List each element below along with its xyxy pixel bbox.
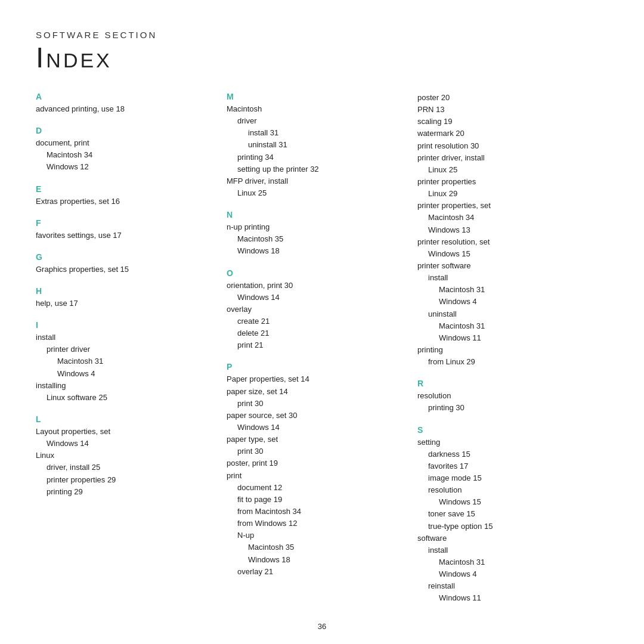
index-entry: fit to page 19 [227, 494, 405, 506]
index-entry: orientation, print 30 [227, 280, 405, 292]
index-entry: Windows 4 [417, 568, 596, 580]
index-entry: setting up the printer 32 [227, 163, 405, 175]
index-entry: Windows 4 [36, 368, 215, 380]
letter-heading-n: N [227, 210, 405, 219]
index-column-col1: Aadvanced printing, use 18Ddocument, pri… [36, 92, 227, 604]
index-entry: printer driver, install [417, 152, 596, 164]
index-column-col2: MMacintoshdriverinstall 31uninstall 31pr… [227, 92, 417, 604]
letter-heading-g: G [36, 252, 215, 262]
index-entry: overlay 21 [227, 566, 405, 578]
index-entry: printing [417, 344, 596, 356]
letter-heading-p: P [227, 362, 405, 371]
index-entry: Linux 25 [227, 187, 405, 199]
section-label: Software Section [36, 30, 608, 40]
index-entry: Linux software 25 [36, 392, 215, 404]
index-entry: printer resolution, set [417, 236, 596, 248]
index-entry: Windows 14 [227, 292, 405, 304]
index-entry: installing [36, 380, 215, 392]
index-entry: print [227, 470, 405, 482]
index-entry: install [417, 544, 596, 556]
index-entry: Linux [36, 450, 215, 462]
index-entry: document, print [36, 137, 215, 149]
header: Software Section Index [36, 30, 608, 74]
index-entry: driver [227, 115, 405, 127]
index-entry: paper type, set [227, 434, 405, 445]
index-entry: advanced printing, use 18 [36, 103, 215, 115]
index-entry: reinstall [417, 580, 596, 592]
index-entry: printing 29 [36, 486, 215, 498]
index-entry: Windows 11 [417, 592, 596, 604]
index-entry: Macintosh 31 [36, 355, 215, 367]
index-entry: Windows 15 [417, 248, 596, 260]
index-column-col3: poster 20PRN 13scaling 19watermark 20pri… [417, 92, 608, 604]
letter-heading-o: O [227, 268, 405, 278]
letter-heading-l: L [36, 414, 215, 424]
index-entry: Windows 14 [36, 438, 215, 450]
letter-heading-s: S [417, 425, 596, 435]
index-entry: N-up [227, 530, 405, 541]
page-number: 36 [36, 622, 608, 631]
index-entry: Windows 15 [417, 496, 596, 508]
letter-heading-i: I [36, 320, 215, 330]
index-entry: print resolution 30 [417, 140, 596, 152]
index-entry: Paper properties, set 14 [227, 373, 405, 385]
index-entry: document 12 [227, 482, 405, 494]
index-entry: overlay [227, 304, 405, 315]
letter-heading-m: M [227, 92, 405, 101]
letter-heading-h: H [36, 286, 215, 296]
index-entry: uninstall 31 [227, 139, 405, 151]
index-entry: printer properties, set [417, 200, 596, 212]
index-entry: install 31 [227, 127, 405, 139]
index-entry: print 30 [227, 398, 405, 410]
page-title: Index [36, 41, 608, 74]
index-columns: Aadvanced printing, use 18Ddocument, pri… [36, 92, 608, 604]
index-entry: true-type option 15 [417, 521, 596, 532]
index-entry: printer properties [417, 176, 596, 188]
index-entry: Macintosh 35 [227, 541, 405, 553]
index-entry: n-up printing [227, 221, 405, 233]
index-entry: scaling 19 [417, 116, 596, 128]
index-entry: favorites settings, use 17 [36, 230, 215, 242]
index-entry: Windows 18 [227, 554, 405, 566]
index-entry: resolution [417, 484, 596, 496]
index-entry: print 30 [227, 445, 405, 457]
index-entry: favorites 17 [417, 460, 596, 472]
letter-heading-a: A [36, 92, 215, 101]
index-entry: Windows 11 [417, 332, 596, 344]
index-entry: Windows 12 [36, 161, 215, 173]
index-entry: darkness 15 [417, 448, 596, 460]
index-entry: Extras properties, set 16 [36, 196, 215, 208]
index-entry: Macintosh 35 [227, 233, 405, 245]
index-entry: Linux 25 [417, 164, 596, 176]
index-entry: driver, install 25 [36, 462, 215, 473]
index-entry: Macintosh 34 [36, 149, 215, 161]
index-entry: Windows 14 [227, 422, 405, 434]
index-entry: paper size, set 14 [227, 386, 405, 398]
index-entry: watermark 20 [417, 128, 596, 140]
index-entry: delete 21 [227, 327, 405, 339]
index-entry: paper source, set 30 [227, 410, 405, 422]
index-entry: Layout properties, set [36, 426, 215, 438]
index-entry: print 21 [227, 339, 405, 351]
index-entry: Macintosh 34 [417, 212, 596, 224]
index-entry: printer driver [36, 343, 215, 355]
index-entry: from Windows 12 [227, 518, 405, 530]
index-entry: help, use 17 [36, 298, 215, 309]
index-entry: install [417, 272, 596, 284]
index-entry: Macintosh 31 [417, 320, 596, 332]
index-entry: uninstall [417, 308, 596, 320]
letter-heading-e: E [36, 184, 215, 194]
index-entry: resolution [417, 390, 596, 402]
index-entry: Windows 13 [417, 224, 596, 236]
index-entry: software [417, 532, 596, 544]
index-entry: Windows 18 [227, 245, 405, 257]
index-entry: poster, print 19 [227, 457, 405, 469]
index-entry: from Macintosh 34 [227, 506, 405, 518]
index-entry: printing 34 [227, 151, 405, 163]
index-entry: Macintosh 31 [417, 556, 596, 568]
index-entry: from Linux 29 [417, 356, 596, 368]
index-entry: printing 30 [417, 402, 596, 414]
index-entry: Windows 4 [417, 296, 596, 308]
letter-heading-r: R [417, 379, 596, 388]
index-entry: image mode 15 [417, 472, 596, 484]
